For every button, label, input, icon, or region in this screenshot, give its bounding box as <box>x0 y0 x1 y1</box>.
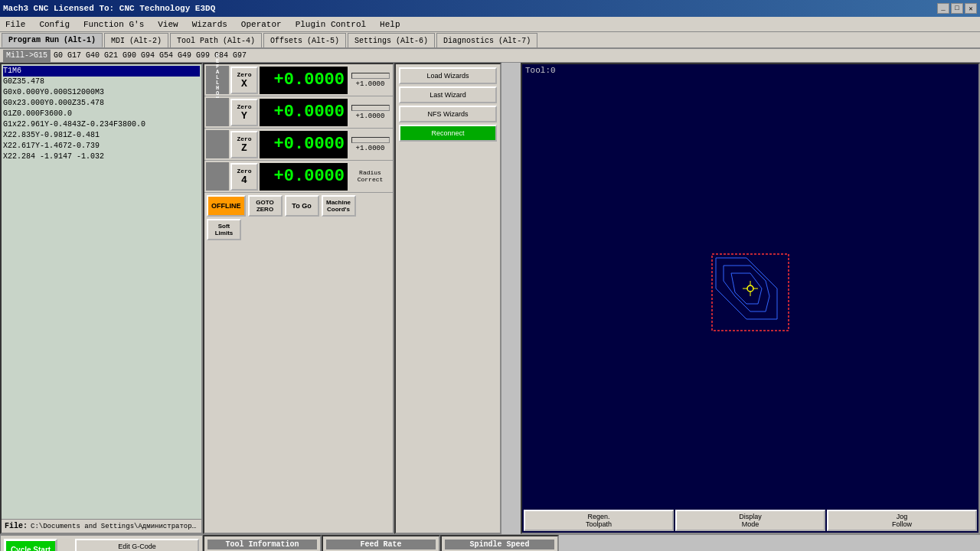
zero-btn-4[interactable]: Zero 4 <box>230 163 258 191</box>
tab-mdi[interactable]: MDI (Alt-2) <box>104 33 168 47</box>
scale-box-4: RadiusCorrect <box>349 170 391 184</box>
tool-info-panel: Tool Information Tool 0 ChangeTool Dia. … <box>203 535 322 551</box>
minimize-button[interactable]: _ <box>937 3 949 14</box>
tab-program-run[interactable]: Program Run (Alt-1) <box>2 33 103 47</box>
load-wizards-button[interactable]: Load Wizards <box>399 67 497 84</box>
control-row: Cycle Start<Alt-R> Feed Hold<Spc> Stop<A… <box>0 534 980 551</box>
menu-function-gs[interactable]: Function G's <box>81 19 146 30</box>
menu-help[interactable]: Help <box>377 19 402 30</box>
tab-tool-path[interactable]: Tool Path (Alt-4) <box>170 33 262 47</box>
tool-label: Tool:0 <box>522 64 978 77</box>
tab-bar: Program Run (Alt-1) MDI (Alt-2) Tool Pat… <box>0 32 980 49</box>
gcode-line: X22.835Y-0.981Z-0.481 <box>3 130 200 141</box>
ref-col-y <box>206 98 229 126</box>
dro-value-y: +0.0000 <box>260 99 348 126</box>
menu-config[interactable]: Config <box>37 19 72 30</box>
gcode-machine-label: Mill->G15 <box>3 50 51 62</box>
scale-value-z: +1.0000 <box>356 145 385 152</box>
reconnect-button[interactable]: Reconnect <box>399 125 497 142</box>
zero-btn-z[interactable]: Zero Z <box>230 131 258 158</box>
tool-display: Tool:0 Regen <box>521 63 980 534</box>
menu-view[interactable]: View <box>155 19 180 30</box>
offline-button[interactable]: OFFLINE <box>207 195 246 217</box>
regen-toolpath-button[interactable]: Regen.Toolpath <box>524 510 674 531</box>
dro-wizard-col: REFALLHOME Zero X +0.0000 +1.0000 Ze <box>203 63 521 534</box>
gcode-line: G0Z35.478 <box>3 77 200 87</box>
tool-path-svg <box>701 243 800 342</box>
cycle-btn-group: Cycle Start<Alt-R> Feed Hold<Spc> Stop<A… <box>4 539 73 551</box>
menu-operator[interactable]: Operator <box>239 19 284 30</box>
tab-offsets[interactable]: Offsets (Alt-5) <box>263 33 346 47</box>
dro-row-x: REFALLHOME Zero X +0.0000 +1.0000 <box>204 64 393 96</box>
dro-value-z: +0.0000 <box>260 131 348 158</box>
tool-info-title: Tool Information <box>207 540 317 549</box>
edit-gcode-row: Edit G-Code <box>75 539 199 551</box>
spindle-title: Spindle Speed <box>445 540 554 549</box>
tool-canvas <box>522 77 978 508</box>
ref-col-x: REFALLHOME <box>206 66 229 94</box>
file-path-value: C:\Documents and Settings\Администратор\… <box>31 523 198 530</box>
file-label: File: <box>5 522 28 530</box>
jog-follow-button[interactable]: JogFollow <box>827 510 977 531</box>
gcode-line: X22.284 -1.9147 -1.032 <box>3 152 200 162</box>
menu-file[interactable]: File <box>3 19 28 30</box>
dro-inner: REFALLHOME Zero X +0.0000 +1.0000 Ze <box>203 63 521 534</box>
regen-buttons: Regen.Toolpath DisplayMode JogFollow <box>522 508 978 533</box>
tab-diagnostics[interactable]: Diagnostics (Alt-7) <box>436 33 537 47</box>
wizard-panel: Load Wizards Last Wizard NFS Wizards Rec… <box>394 63 501 534</box>
zero-btn-x[interactable]: Zero X <box>230 67 258 94</box>
gcode-line-highlight: T1M6 <box>3 66 200 77</box>
maximize-button[interactable]: □ <box>951 3 963 14</box>
scale-slider-y[interactable] <box>351 105 390 111</box>
scale-slider-x[interactable] <box>351 73 390 79</box>
file-path-bar: File: C:\Documents and Settings\Админист… <box>2 519 201 533</box>
dro-value-x: +0.0000 <box>260 67 348 94</box>
ref-col-z <box>206 130 229 158</box>
scale-value-y: +1.0000 <box>356 112 385 120</box>
gcode-list[interactable]: T1M6 G0Z35.478 G0x0.000Y0.000S12000M3 G0… <box>2 64 201 519</box>
dro-buttons: OFFLINE GOTOZERO To Go MachineCoord's So… <box>204 193 393 243</box>
goto-zero-button[interactable]: GOTOZERO <box>248 195 283 217</box>
display-mode-button[interactable]: DisplayMode <box>675 510 825 531</box>
dro-row-4: Zero 4 +0.0000 RadiusCorrect <box>204 161 393 193</box>
edit-gcode-button[interactable]: Edit G-Code <box>75 539 199 551</box>
window-controls: _ □ ✕ <box>937 3 977 14</box>
dro-value-4: +0.0000 <box>260 163 348 191</box>
gcode-line: G0x23.000Y0.000Z35.478 <box>3 98 200 109</box>
last-wizard-button[interactable]: Last Wizard <box>399 86 497 103</box>
zero-btn-y[interactable]: Zero Y <box>230 99 258 126</box>
app-title: Mach3 CNC Licensed To: CNC Technology E3… <box>3 4 215 13</box>
gcode-btn-group: Edit G-Code Recent File Close G-Code Loa… <box>75 539 199 551</box>
cycle-start-button[interactable]: Cycle Start<Alt-R> <box>4 539 57 551</box>
to-go-button[interactable]: To Go <box>285 195 319 217</box>
close-button[interactable]: ✕ <box>965 3 977 14</box>
ctrl-row-1: Cycle Start<Alt-R> Feed Hold<Spc> Stop<A… <box>4 539 199 551</box>
gcode-panel: T1M6 G0Z35.478 G0x0.000Y0.000S12000M3 G0… <box>0 63 203 534</box>
tab-settings[interactable]: Settings (Alt-6) <box>348 33 435 47</box>
soft-limits-button[interactable]: SoftLimits <box>207 219 241 240</box>
menu-bar: File Config Function G's View Wizards Op… <box>0 17 980 32</box>
gcode-bar: Mill->G15 G0 G17 G40 G21 G90 G94 G54 G49… <box>0 49 980 63</box>
ref-col-4 <box>206 162 229 191</box>
dro-panel: REFALLHOME Zero X +0.0000 +1.0000 Ze <box>203 63 394 534</box>
left-controls: Cycle Start<Alt-R> Feed Hold<Spc> Stop<A… <box>0 535 203 551</box>
feed-rate-title: Feed Rate <box>326 540 436 549</box>
feed-rate-panel: Feed Rate OverRidden FRO % 100 Rapid FRO… <box>322 535 440 551</box>
scale-box-z: +1.0000 <box>349 137 391 152</box>
gcode-line: G0x0.000Y0.000S12000M3 <box>3 87 200 98</box>
machine-coords-button[interactable]: MachineCoord's <box>322 195 356 217</box>
title-bar: Mach3 CNC Licensed To: CNC Technology E3… <box>0 0 980 17</box>
scale-box-x: +1.0000 <box>349 73 391 88</box>
dro-row-y: Zero Y +0.0000 +1.0000 <box>204 96 393 129</box>
scale-box-y: +1.0000 <box>349 105 391 120</box>
nfs-wizards-button[interactable]: NFS Wizards <box>399 106 497 122</box>
gcode-line: X22.617Y-1.4672-0.739 <box>3 141 200 152</box>
scale-slider-z[interactable] <box>351 137 390 143</box>
spindle-panel: Spindle Speed Spindle CW F5 SRO % 100 ▼ … <box>440 535 559 551</box>
menu-wizards[interactable]: Wizards <box>190 19 230 30</box>
scale-value-x: +1.0000 <box>356 80 385 88</box>
gcode-line: G1x22.961Y-0.4843Z-0.234F3800.0 <box>3 119 200 130</box>
menu-plugin-control[interactable]: Plugin Control <box>293 19 368 30</box>
gcode-line: G1Z0.000F3600.0 <box>3 109 200 119</box>
dro-row-z: Zero Z +0.0000 +1.0000 <box>204 129 393 161</box>
